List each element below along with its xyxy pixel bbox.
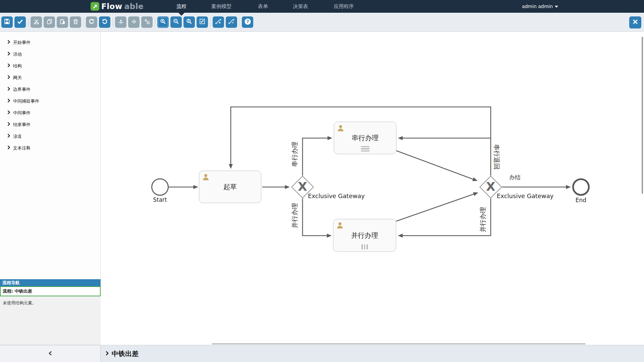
logo-text-primary: Flow xyxy=(101,2,122,11)
edge-label-serial-return: 串行退回 xyxy=(493,142,501,172)
toolbar-separator xyxy=(113,18,113,26)
zoom-in-button[interactable] xyxy=(157,16,169,28)
user-task-icon xyxy=(337,124,344,134)
add-bendpoint-button[interactable] xyxy=(213,16,224,28)
svg-text:?: ? xyxy=(246,19,249,24)
add-bendpoint-icon xyxy=(215,18,222,26)
end-event-node[interactable] xyxy=(572,178,590,196)
stencil-group-structural[interactable]: 结构 xyxy=(0,60,100,72)
delete-button[interactable] xyxy=(70,16,81,28)
toolbar-separator xyxy=(84,18,84,26)
user-menu[interactable]: admin admin xyxy=(510,0,570,13)
stencil-group-artifacts[interactable]: 文本注释 xyxy=(0,142,100,154)
diagram-canvas[interactable]: Start 起草 串行办理 并行办理 X Exclusive Gateway X… xyxy=(101,32,644,345)
toolbar-separator xyxy=(28,18,29,26)
vertical-scrollbar-thumb[interactable] xyxy=(642,37,643,194)
edge-label-serial-branch: 串行办理 xyxy=(290,139,298,169)
stencil-group-label: 结构 xyxy=(13,63,22,69)
user-task-icon xyxy=(336,222,344,231)
stencil-group-gateways[interactable]: 网关 xyxy=(0,72,100,83)
edge-label-complete: 办结 xyxy=(503,174,527,181)
stencil-group-end-events[interactable]: 结束事件 xyxy=(0,119,100,130)
task-label: 串行办理 xyxy=(352,133,379,142)
cut-button[interactable] xyxy=(31,16,42,28)
parallel-multi-instance-icon xyxy=(362,244,368,249)
stencil-group-intermediate-catching-events[interactable]: 中间捕捉事件 xyxy=(0,95,100,107)
zoom-actual-button[interactable]: 1 xyxy=(183,16,195,28)
cut-icon xyxy=(33,18,40,26)
collapse-sidebar-button[interactable] xyxy=(49,351,52,357)
toolbar-separator xyxy=(210,18,211,26)
chevron-right-icon xyxy=(7,110,10,115)
flow-gateway1-to-serial[interactable] xyxy=(303,138,332,176)
tab-decision-tables[interactable]: 决策表 xyxy=(285,0,316,13)
toolbar: 1 ? xyxy=(0,13,644,32)
zoom-fit-button[interactable] xyxy=(197,16,208,28)
sequential-multi-instance-icon xyxy=(361,146,369,152)
paste-icon xyxy=(59,18,66,26)
process-navigator-panel: 流程: 中铁出差 未使用结构元素。 xyxy=(0,286,101,345)
remove-bendpoint-button[interactable] xyxy=(226,16,237,28)
stencil-group-start-events[interactable]: 开始事件 xyxy=(0,37,100,48)
chevron-right-icon xyxy=(7,99,10,104)
close-editor-button[interactable] xyxy=(629,16,641,28)
align-vertical-button[interactable] xyxy=(115,16,126,28)
remove-bendpoint-icon xyxy=(228,18,235,26)
chevron-right-icon xyxy=(7,63,10,68)
align-vertical-icon xyxy=(118,18,124,26)
same-size-button[interactable] xyxy=(141,16,153,28)
zoom-out-icon xyxy=(173,18,179,26)
stencil-group-boundary-events[interactable]: 边界事件 xyxy=(0,83,100,95)
chevron-right-icon xyxy=(7,134,10,139)
breadcrumb-bar: 中铁出差 xyxy=(101,345,644,362)
navigator-note: 未使用结构元素。 xyxy=(0,296,101,310)
chevron-right-icon xyxy=(7,122,10,127)
stencil-group-intermediate-events[interactable]: 中间事件 xyxy=(0,107,100,119)
same-size-icon xyxy=(144,18,150,26)
save-button[interactable] xyxy=(1,16,13,28)
toolbar-separator xyxy=(239,18,240,26)
stencil-group-label: 中间事件 xyxy=(13,110,31,116)
task-label: 起草 xyxy=(223,182,237,191)
chevron-down-icon xyxy=(555,6,558,8)
task-serial-handling[interactable]: 串行办理 xyxy=(334,122,396,154)
svg-text:1: 1 xyxy=(188,19,190,22)
chevron-right-icon xyxy=(106,351,109,357)
align-horizontal-button[interactable] xyxy=(128,16,140,28)
validate-button[interactable] xyxy=(14,16,26,28)
redo-button[interactable] xyxy=(86,16,97,28)
help-button[interactable]: ? xyxy=(242,16,253,28)
stencil-group-swimlanes[interactable]: 泳道 xyxy=(0,130,100,142)
chevron-right-icon xyxy=(7,40,10,45)
task-parallel-handling[interactable]: 并行办理 xyxy=(333,219,396,252)
tab-forms[interactable]: 表单 xyxy=(253,0,273,13)
start-event-node[interactable] xyxy=(151,178,169,196)
tab-case-models[interactable]: 案例模型 xyxy=(205,0,238,13)
undo-button[interactable] xyxy=(99,16,110,28)
flow-serial-to-gateway2[interactable] xyxy=(396,150,477,181)
zoom-out-button[interactable] xyxy=(170,16,182,28)
user-menu-label: admin admin xyxy=(522,4,553,9)
zoom-fit-icon xyxy=(199,18,206,26)
tab-apps[interactable]: 应用程序 xyxy=(324,0,364,13)
flow-gateway1-to-parallel[interactable] xyxy=(303,198,331,236)
redo-icon xyxy=(88,18,95,26)
stencil-group-label: 结束事件 xyxy=(13,122,31,128)
flow-parallel-to-gateway2[interactable] xyxy=(396,193,478,221)
gateway-2-label: Exclusive Gateway xyxy=(497,192,553,199)
breadcrumb-process-name[interactable]: 中铁出差 xyxy=(112,349,139,358)
chevron-right-icon xyxy=(7,145,10,150)
copy-icon xyxy=(46,18,53,26)
stencil-group-label: 文本注释 xyxy=(13,145,31,151)
task-draft[interactable]: 起草 xyxy=(199,171,261,203)
toolbar-separator xyxy=(155,18,155,26)
navigator-current-process[interactable]: 流程: 中铁出差 xyxy=(0,286,101,296)
tab-process[interactable]: 流程 xyxy=(171,0,192,13)
copy-button[interactable] xyxy=(44,16,55,28)
stencil-list: 开始事件 活动 结构 网关 边界事件 中间捕捉事件 中间事件 结束事件 泳道 文… xyxy=(0,32,100,154)
paste-button[interactable] xyxy=(57,16,68,28)
close-icon xyxy=(632,19,638,26)
chevron-right-icon xyxy=(7,52,10,57)
chevron-right-icon xyxy=(7,87,10,92)
stencil-group-activities[interactable]: 活动 xyxy=(0,48,100,60)
